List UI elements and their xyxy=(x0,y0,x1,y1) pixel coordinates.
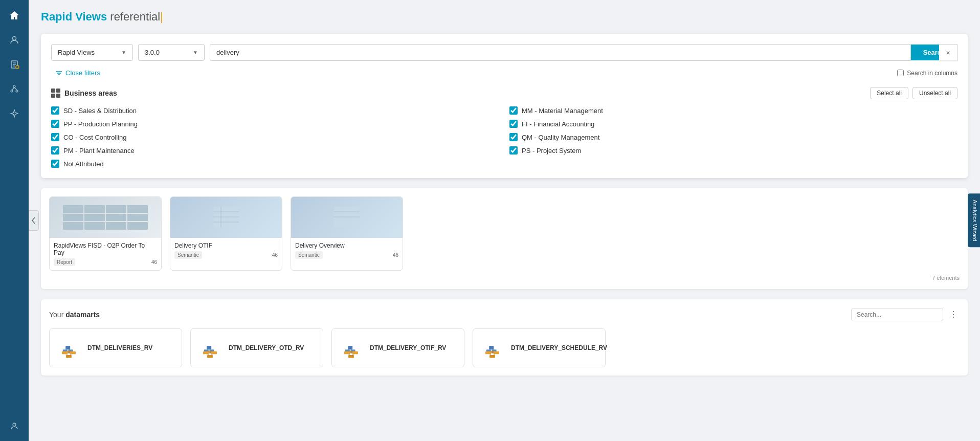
card-thumbnail xyxy=(291,197,403,238)
title-normal: referential xyxy=(107,10,160,23)
close-filters-label: Close filters xyxy=(65,69,100,77)
grid-icon xyxy=(51,89,60,98)
sidebar-profile-icon[interactable] xyxy=(4,415,25,436)
datamart-name: DTM_DELIVERY_SCHEDULE_RV xyxy=(511,344,607,351)
sidebar-book-icon[interactable]: + xyxy=(4,54,25,75)
card-item[interactable]: Delivery OTIF Semantic 46 xyxy=(170,196,282,271)
card-tag-label: Semantic xyxy=(295,251,323,259)
checkbox-sd: SD - Sales & Distribution xyxy=(51,106,499,115)
svg-point-8 xyxy=(11,90,13,92)
svg-rect-52 xyxy=(494,351,499,354)
checkbox-ps-label: PS - Project System xyxy=(522,147,581,155)
search-clear-button[interactable]: × xyxy=(939,44,957,61)
card-info: Delivery OTIF Semantic 46 xyxy=(170,238,282,263)
svg-rect-37 xyxy=(203,351,209,354)
checkbox-fi-input[interactable] xyxy=(509,120,518,128)
checkbox-sd-input[interactable] xyxy=(51,106,59,115)
card-tag-num: 46 xyxy=(393,252,398,258)
datamart-icon xyxy=(197,335,222,361)
search-in-columns-checkbox[interactable] xyxy=(897,70,904,76)
checkbox-sd-label: SD - Sales & Distribution xyxy=(63,107,137,115)
filter-top-row: Rapid Views ▼ 3.0.0 ▼ × Search xyxy=(51,44,957,61)
svg-rect-31 xyxy=(70,351,76,354)
view-selector-value: Rapid Views xyxy=(58,49,95,56)
card-info: RapidViews FISD - O2P Order To Pay Repor… xyxy=(50,238,161,270)
datamart-card[interactable]: DTM_DELIVERIES_RV xyxy=(49,328,182,367)
card-item[interactable]: Delivery Overview Semantic 46 xyxy=(291,196,403,271)
svg-rect-30 xyxy=(62,351,68,354)
close-filters-button[interactable]: Close filters xyxy=(51,67,104,79)
checkbox-mm-label: MM - Material Management xyxy=(522,107,603,115)
card-tag: Report 46 xyxy=(54,258,157,266)
card-tag-num: 46 xyxy=(272,252,278,258)
view-selector[interactable]: Rapid Views ▼ xyxy=(51,44,133,61)
svg-point-0 xyxy=(13,37,16,40)
datamarts-search-input[interactable] xyxy=(851,308,943,321)
checkbox-co: CO - Cost Controlling xyxy=(51,133,499,141)
checkbox-co-input[interactable] xyxy=(51,133,59,141)
section-title-bold: datamarts xyxy=(65,311,100,319)
checkbox-grid: SD - Sales & Distribution MM - Material … xyxy=(51,106,957,168)
checkbox-pp: PP - Production Planning xyxy=(51,120,499,128)
svg-rect-45 xyxy=(352,351,358,354)
select-all-button[interactable]: Select all xyxy=(870,87,908,99)
checkbox-fi: FI - Financial Accounting xyxy=(509,120,957,128)
version-selector[interactable]: 3.0.0 ▼ xyxy=(138,44,205,61)
analytics-wizard-tab[interactable]: Analytics Wizard xyxy=(968,193,980,247)
section-header: Your datamarts ⋮ xyxy=(49,307,960,321)
sidebar-network-icon[interactable] xyxy=(4,79,25,99)
sidebar-sparkle-icon[interactable] xyxy=(4,103,25,124)
analytics-wizard-label: Analytics Wizard xyxy=(972,200,978,241)
checkbox-pm: PM - Plant Maintenance xyxy=(51,146,499,155)
datamart-card[interactable]: DTM_DELIVERY_OTD_RV xyxy=(190,328,323,367)
datamart-card[interactable]: DTM_DELIVERY_SCHEDULE_RV xyxy=(473,328,606,367)
card-item[interactable]: RapidViews FISD - O2P Order To Pay Repor… xyxy=(49,196,162,271)
checkbox-pm-input[interactable] xyxy=(51,146,59,155)
title-cursor: | xyxy=(160,10,163,23)
datamart-icon xyxy=(479,335,505,361)
main-content: Rapid Views referential| Rapid Views ▼ 3… xyxy=(29,0,980,441)
datamart-name: DTM_DELIVERY_OTIF_RV xyxy=(370,344,446,351)
datamart-card[interactable]: DTM_DELIVERY_OTIF_RV xyxy=(331,328,464,367)
svg-point-9 xyxy=(16,90,18,92)
collapse-left-arrow[interactable] xyxy=(29,210,39,231)
card-tag-label: Semantic xyxy=(174,251,202,259)
svg-rect-44 xyxy=(344,351,350,354)
svg-line-10 xyxy=(12,87,14,90)
view-selector-chevron: ▼ xyxy=(121,50,126,55)
checkbox-na-input[interactable] xyxy=(51,160,59,168)
business-areas-label: Business areas xyxy=(64,89,117,97)
svg-rect-38 xyxy=(211,351,217,354)
card-tag: Semantic 46 xyxy=(295,251,398,259)
title-accent: Rapid Views xyxy=(41,10,107,23)
card-tag-num: 46 xyxy=(151,259,157,265)
card-tag-label: Report xyxy=(54,258,75,266)
checkbox-pp-input[interactable] xyxy=(51,120,59,128)
checkbox-mm-input[interactable] xyxy=(509,106,518,115)
cards-section: RapidViews FISD - O2P Order To Pay Repor… xyxy=(41,188,968,289)
svg-rect-53 xyxy=(489,355,495,358)
svg-rect-51 xyxy=(485,351,491,354)
version-selector-value: 3.0.0 xyxy=(145,49,160,56)
version-selector-chevron: ▼ xyxy=(193,50,198,55)
card-name: Delivery OTIF xyxy=(174,242,278,249)
unselect-all-button[interactable]: Unselect all xyxy=(912,87,957,99)
page-title: Rapid Views referential| xyxy=(41,10,968,24)
select-unselect-buttons: Select all Unselect all xyxy=(870,87,957,99)
checkbox-pp-label: PP - Production Planning xyxy=(63,120,138,128)
sidebar-home-icon[interactable] xyxy=(4,5,25,26)
sidebar-users-icon[interactable] xyxy=(4,30,25,50)
checkbox-na: Not Attributed xyxy=(51,160,499,168)
search-input[interactable] xyxy=(210,44,911,61)
datamarts-menu-icon[interactable]: ⋮ xyxy=(947,307,960,321)
datamart-icon xyxy=(56,335,81,361)
sidebar: + xyxy=(0,0,29,441)
section-title-prefix: Your xyxy=(49,311,65,319)
svg-rect-39 xyxy=(207,355,213,358)
checkbox-ps-input[interactable] xyxy=(509,146,518,155)
svg-rect-49 xyxy=(489,346,494,349)
checkbox-qm-input[interactable] xyxy=(509,133,518,141)
checkbox-ps: PS - Project System xyxy=(509,146,957,155)
section-title: Your datamarts xyxy=(49,311,100,319)
svg-rect-42 xyxy=(348,346,352,349)
